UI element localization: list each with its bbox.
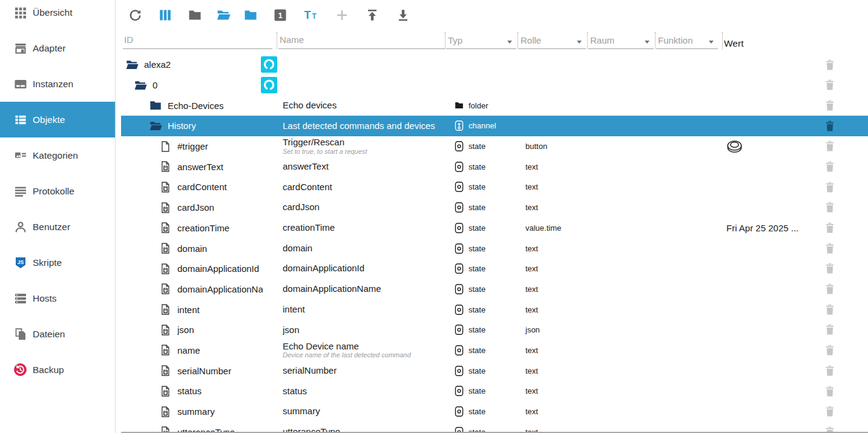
object-row[interactable]: Echo-DevicesEcho devicesfolder [121, 95, 868, 116]
doc-icon [159, 140, 172, 153]
delete-button[interactable] [823, 99, 837, 112]
object-id-cell: name [121, 340, 263, 361]
object-role: text [525, 402, 628, 422]
object-row[interactable]: domainApplicationIddomainApplicationIdst… [121, 259, 868, 279]
alexa-adapter-icon [261, 77, 277, 93]
object-type: state [469, 325, 485, 334]
sidebar-item-label: Objekte [33, 114, 65, 125]
delete-button[interactable] [823, 119, 837, 133]
folder-closed-icon [188, 8, 202, 22]
sidebar-item-objekte[interactable]: Objekte [0, 102, 115, 137]
name-filter-input[interactable] [278, 31, 445, 49]
refresh-toolbar-button[interactable] [126, 6, 144, 24]
upload-toolbar-button[interactable] [363, 6, 381, 24]
state-icon [454, 181, 464, 193]
delete-button[interactable] [823, 303, 837, 316]
delete-button[interactable] [823, 221, 837, 234]
object-row[interactable]: 0 [121, 75, 868, 96]
delete-button[interactable] [823, 405, 837, 418]
object-row[interactable]: answerTextanswerTextstatetext [121, 156, 868, 177]
object-type-cell: state [454, 340, 525, 361]
delete-button[interactable] [823, 160, 837, 173]
object-name: cardJson [283, 202, 320, 213]
delete-button[interactable] [823, 78, 837, 91]
object-value [726, 421, 820, 433]
doc-lock-icon [159, 323, 172, 337]
object-row[interactable]: cardContentcardContentstatetext [121, 177, 868, 197]
object-role [525, 95, 628, 116]
sidebar-item-adapter[interactable]: Adapter [0, 30, 115, 66]
text-size-toolbar-button[interactable]: TT [302, 6, 320, 24]
object-row[interactable]: #triggerTrigger/RescanSet to true, to st… [121, 136, 868, 157]
object-row[interactable]: HistoryLast detected commands and device… [121, 116, 868, 136]
id-filter-input[interactable] [123, 31, 272, 49]
object-row[interactable]: domaindomainstatetext [121, 238, 868, 259]
object-row[interactable]: nameEcho Device nameDevice name of the l… [121, 340, 868, 361]
object-name-cell: cardContent [283, 177, 450, 197]
object-name-cell: answerText [283, 156, 450, 177]
delete-button[interactable] [823, 200, 837, 214]
rolle-filter-select[interactable]: Rolle [519, 31, 586, 49]
sidebar-item-kategorien[interactable]: Kategorien [0, 137, 115, 173]
object-row[interactable]: domainApplicationNamedomainApplicationNa… [121, 279, 868, 300]
object-role: text [525, 340, 628, 361]
object-value [726, 156, 820, 177]
object-row[interactable]: serialNumberserialNumberstatetext [121, 360, 868, 381]
doc-lock-icon [159, 180, 172, 194]
object-value [726, 238, 820, 259]
sidebar-item-skripte[interactable]: JSSkripte [0, 245, 115, 280]
sidebar-item-backup[interactable]: Backup [0, 352, 115, 388]
doc-lock-icon [159, 405, 172, 418]
object-id: summary [177, 406, 215, 417]
download-toolbar-button[interactable] [394, 6, 412, 24]
column-separator [277, 32, 277, 49]
delete-button[interactable] [823, 180, 837, 194]
delete-button[interactable] [823, 139, 837, 153]
object-row[interactable]: intentintentstatetext [121, 299, 868, 320]
delete-button[interactable] [823, 364, 837, 377]
object-row[interactable]: utteranceTypeutteranceTypestatetext [121, 421, 868, 433]
plus-icon [335, 8, 349, 22]
object-row[interactable]: alexa2 [121, 55, 868, 75]
folder-open-toolbar-button[interactable] [214, 6, 232, 24]
object-value [726, 320, 820, 340]
delete-button[interactable] [823, 425, 837, 433]
typ-filter-select[interactable]: Typ [446, 31, 516, 49]
typ-filter-label: Typ [448, 35, 462, 45]
doc-lock-icon [159, 385, 172, 398]
object-row[interactable]: creationTimecreationTimestatevalue.timeF… [121, 218, 868, 239]
sidebar-item-hosts[interactable]: Hosts [0, 280, 115, 316]
delete-button[interactable] [823, 58, 837, 71]
object-row[interactable]: summarysummarystatetext [121, 402, 868, 422]
object-row[interactable]: statusstatusstatetext [121, 381, 868, 402]
object-value [726, 55, 820, 75]
object-name-cell: summary [283, 402, 450, 422]
plus-toolbar-button[interactable] [333, 6, 351, 24]
object-type: state [469, 285, 485, 294]
funktion-filter-select[interactable]: Funktion [656, 31, 718, 49]
sidebar-item-protokolle[interactable]: Protokolle [0, 173, 115, 209]
delete-button[interactable] [823, 262, 837, 275]
delete-button[interactable] [823, 385, 837, 398]
object-row[interactable]: cardJsoncardJsonstatetext [121, 197, 868, 218]
folder-toolbar-button[interactable] [242, 6, 260, 24]
object-row[interactable]: jsonjsonstatejson [121, 320, 868, 340]
sidebar-item-dateien[interactable]: Dateien [0, 316, 115, 352]
delete-button[interactable] [823, 343, 837, 357]
object-name-cell: domain [283, 238, 450, 259]
delete-button[interactable] [823, 242, 837, 255]
columns-toolbar-button[interactable] [156, 6, 174, 24]
object-value [726, 299, 820, 320]
one-box-toolbar-button[interactable]: 1 [271, 6, 289, 24]
sidebar-item--bersicht[interactable]: Übersicht [0, 0, 115, 30]
one-box-icon: 1 [273, 8, 288, 22]
object-name-cell: creationTime [283, 218, 450, 239]
delete-button[interactable] [823, 282, 837, 296]
files-icon [13, 326, 28, 342]
sidebar-item-label: Übersicht [33, 7, 72, 18]
folder-closed-toolbar-button[interactable] [186, 6, 204, 24]
sidebar-item-instanzen[interactable]: Instanzen [0, 66, 115, 102]
sidebar-item-benutzer[interactable]: Benutzer [0, 209, 115, 245]
raum-filter-select[interactable]: Raum [588, 31, 654, 49]
delete-button[interactable] [823, 323, 837, 336]
